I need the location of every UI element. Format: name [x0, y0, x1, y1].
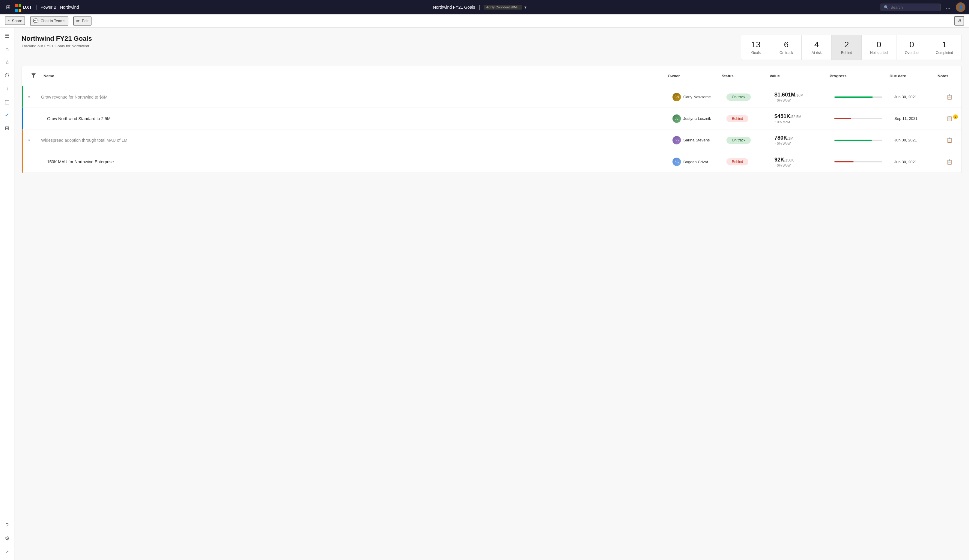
waffle-menu-icon[interactable]: ⊞	[3, 3, 13, 12]
sidebar-item-settings[interactable]: ⚙	[1, 532, 13, 544]
table-header: Name Owner Status Value Progress Due dat…	[22, 66, 962, 86]
sidebar-item-create[interactable]: ＋	[1, 83, 13, 95]
sidebar-item-apps[interactable]: ◫	[1, 96, 13, 108]
row2-owner: JL Justyna Lucznik	[668, 111, 722, 126]
row4-avatar: BC	[673, 158, 681, 166]
row3-progress-fill	[834, 140, 872, 141]
search-icon: 🔍	[884, 5, 889, 10]
row4-status: Behind	[722, 155, 769, 169]
row1-status: On track	[722, 90, 769, 104]
expand-row-3[interactable]: ▾	[23, 138, 35, 142]
row3-notes[interactable]: 📋	[937, 134, 962, 146]
expand-row-1[interactable]: ▾	[23, 95, 35, 99]
header-filter[interactable]	[27, 70, 39, 82]
row2-value-main: $451K	[774, 113, 790, 119]
edit-label: Edit	[82, 18, 88, 23]
header-due-date: Due date	[885, 70, 933, 82]
row1-due-date: Jun 30, 2021	[889, 91, 937, 103]
row2-progress	[829, 115, 889, 123]
row1-owner: CN Carly Newsome	[668, 89, 722, 105]
row2-status: Behind	[722, 111, 769, 126]
sidebar-item-expand[interactable]: ↗	[1, 546, 13, 558]
row2-avatar: JL	[673, 115, 681, 123]
sidebar-item-learn[interactable]: ?	[1, 519, 13, 531]
metric-goals[interactable]: 13 Goals	[741, 35, 771, 60]
row3-value: 780K/1M ↑ 0% WoW	[769, 131, 829, 149]
table-row: ▾ Grow revenue for Northwind to $6M CN C…	[22, 86, 962, 108]
teams-icon: 💬	[33, 18, 39, 24]
row1-avatar: CN	[673, 93, 681, 101]
row4-value: 92K/150K ↑ 0% WoW	[769, 153, 829, 171]
metric-overdue-label: Overdue	[905, 51, 919, 55]
scorecard-title: Northwind FY21 Goals	[22, 35, 92, 43]
notes-icon[interactable]: 📋	[947, 137, 952, 143]
share-button[interactable]: ↑ Share	[5, 17, 25, 25]
sidebar-item-workspaces[interactable]: ⊞	[1, 122, 13, 134]
report-title: Northwind FY21 Goals	[433, 5, 475, 10]
chat-in-teams-button[interactable]: 💬 Chat in Teams	[30, 17, 68, 25]
row2-notes[interactable]: 📋 2	[937, 112, 962, 125]
title-sep: |	[479, 4, 480, 10]
metric-overdue[interactable]: 0 Overdue	[896, 35, 927, 60]
metric-completed-number: 1	[936, 40, 953, 50]
sidebar-item-recent[interactable]: ⏱	[1, 70, 13, 81]
row1-value-change: ↑ 0% WoW	[774, 98, 825, 102]
row1-name: Grow revenue for Northwind to $6M	[35, 91, 668, 103]
row4-owner-name: Bogdan Crivat	[683, 160, 708, 164]
sidebar-item-favorites[interactable]: ☆	[1, 56, 13, 68]
notes-icon[interactable]: 📋	[947, 159, 952, 165]
metric-at-risk[interactable]: 4 At risk	[802, 35, 832, 60]
notes-icon[interactable]: 📋	[947, 94, 952, 100]
powerbi-label: Power BI	[40, 5, 58, 10]
row4-due-date: Jun 30, 2021	[889, 156, 937, 168]
main-layout: ☰ ⌂ ☆ ⏱ ＋ ◫ ✓ ⊞ ? ⚙ ↗ Northwind FY21 Goa…	[0, 28, 969, 560]
ms-yellow-square	[18, 9, 21, 12]
header-progress: Progress	[825, 70, 885, 82]
metric-behind[interactable]: 2 Behind	[832, 35, 862, 60]
row1-value-main: $1.601M	[774, 92, 796, 98]
brand-label: DXT	[23, 5, 32, 10]
scorecard-info: Northwind FY21 Goals Tracking our FY21 G…	[22, 35, 92, 48]
refresh-button[interactable]: ↺	[954, 16, 964, 25]
row2-value: $451K/$2.5M ↑ 0% MoM	[769, 110, 829, 127]
row1-notes[interactable]: 📋	[937, 90, 962, 103]
row1-status-badge: On track	[726, 93, 751, 101]
header-notes: Notes	[933, 70, 957, 82]
sidebar-item-goals[interactable]: ✓	[1, 109, 13, 121]
refresh-icon: ↺	[957, 18, 961, 24]
user-avatar[interactable]: 👤	[956, 2, 966, 12]
metric-completed[interactable]: 1 Completed	[927, 35, 962, 60]
row3-avatar: SS	[673, 136, 681, 145]
row4-name: 150K MAU for Northwind Enterprise	[35, 156, 668, 168]
title-chevron-icon[interactable]: ▾	[524, 5, 526, 10]
row3-owner: SS Sarina Stevens	[668, 133, 722, 148]
row3-value-change: ↑ 0% WoW	[774, 142, 825, 145]
metric-not-started-number: 0	[870, 40, 888, 50]
action-toolbar: ↑ Share 💬 Chat in Teams ✏ Edit ↺	[0, 14, 969, 28]
row3-name: Widespread adoption through total MAU of…	[35, 134, 668, 146]
notes-icon[interactable]: 📋	[947, 116, 952, 121]
metric-on-track[interactable]: 6 On track	[771, 35, 802, 60]
metric-not-started[interactable]: 0 Not started	[862, 35, 896, 60]
row4-notes[interactable]: 📋	[937, 156, 962, 168]
search-input[interactable]	[891, 5, 937, 10]
ms-green-square	[18, 4, 21, 7]
row3-progress	[829, 136, 889, 145]
edit-button[interactable]: ✏ Edit	[73, 17, 92, 25]
header-owner: Owner	[663, 70, 717, 82]
search-box[interactable]: 🔍	[881, 3, 941, 11]
more-options-icon[interactable]: ...	[944, 3, 953, 12]
metric-not-started-label: Not started	[870, 51, 888, 55]
row1-owner-name: Carly Newsome	[683, 95, 711, 99]
sidebar: ☰ ⌂ ☆ ⏱ ＋ ◫ ✓ ⊞ ? ⚙ ↗	[0, 28, 14, 560]
sidebar-item-menu[interactable]: ☰	[1, 30, 13, 42]
row3-progress-bar-bg	[834, 140, 882, 141]
sidebar-item-home[interactable]: ⌂	[1, 43, 13, 55]
metric-completed-label: Completed	[936, 51, 953, 55]
nav-right: 🔍 ... 👤	[881, 2, 966, 12]
notes-badge: 2	[953, 115, 958, 119]
metric-goals-number: 13	[749, 40, 763, 50]
header-value: Value	[765, 70, 825, 82]
header-status: Status	[717, 70, 765, 82]
row2-name: Grow Northwind Standard to 2.5M	[35, 113, 668, 125]
